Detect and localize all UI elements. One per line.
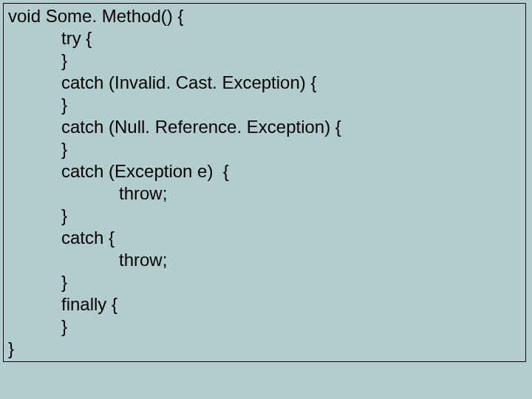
code-line: } (61, 94, 521, 116)
code-line: void Some. Method() { (8, 5, 521, 27)
code-line: catch (Null. Reference. Exception) { (61, 116, 521, 138)
code-line: } (61, 50, 521, 72)
code-line: } (61, 138, 521, 160)
code-line: finally { (61, 293, 521, 316)
code-line: throw; (119, 183, 521, 205)
code-line: } (61, 271, 521, 293)
code-line: catch (Invalid. Cast. Exception) { (61, 72, 521, 94)
code-line: catch { (61, 227, 521, 249)
code-line: catch (Exception e) { (61, 160, 521, 183)
code-line: } (8, 338, 521, 360)
code-line: } (61, 205, 521, 227)
code-panel: void Some. Method() { try { } catch (Inv… (3, 3, 526, 362)
code-line: } (61, 316, 521, 338)
code-line: try { (61, 27, 521, 50)
code-line: throw; (119, 249, 521, 271)
